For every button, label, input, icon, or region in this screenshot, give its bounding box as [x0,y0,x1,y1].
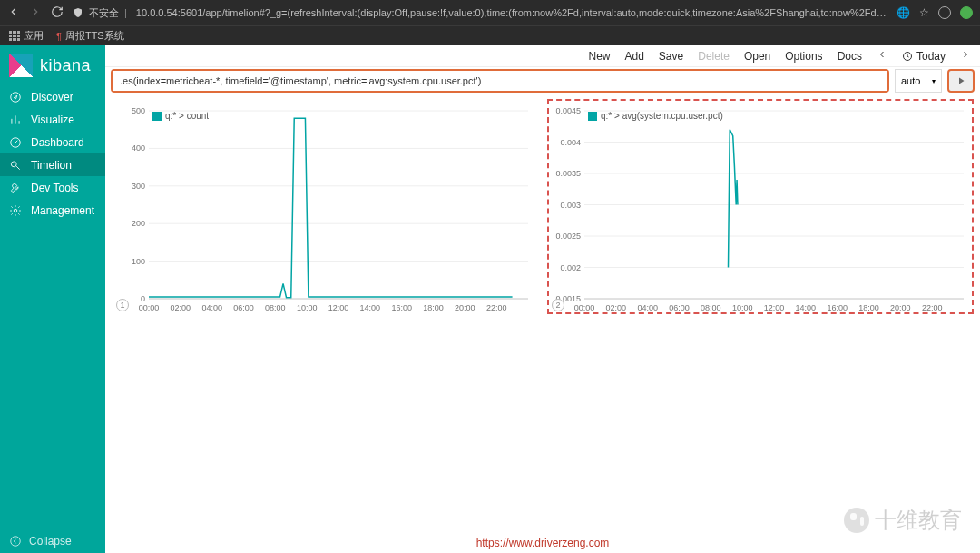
timepicker-next[interactable] [960,49,971,63]
nav-reload-icon[interactable] [51,5,64,21]
chevron-down-icon: ▾ [932,77,936,85]
gauge-icon [9,136,22,149]
topbar-docs[interactable]: Docs [838,50,862,63]
svg-text:08:00: 08:00 [701,303,721,312]
svg-text:20:00: 20:00 [890,303,911,312]
svg-text:0.0025: 0.0025 [555,232,581,241]
legend-swatch [152,112,162,121]
chart-index-badge: 1 [116,299,129,311]
timelion-workspace: 1 q:* > count 010020030040050000:0002:00… [105,94,980,553]
timelion-icon [9,159,22,172]
sidebar-item-label: Visualize [31,114,74,126]
sidebar-item-label: Management [31,204,94,217]
topbar-options[interactable]: Options [785,50,822,63]
chart-legend[interactable]: q:* > avg(system.cpu.user.pct) [588,111,723,121]
svg-text:0.003: 0.003 [560,201,581,210]
svg-text:00:00: 00:00 [139,303,160,312]
svg-text:06:00: 06:00 [669,303,690,312]
chart-panel-2[interactable]: 2 q:* > avg(system.cpu.user.pct) 0.00150… [548,100,973,313]
sidebar-item-label: Discover [31,91,74,104]
svg-text:08:00: 08:00 [265,303,286,312]
compass-icon [9,91,22,104]
legend-swatch [588,112,597,121]
topbar-new[interactable]: New [588,50,610,63]
sidebar-collapse[interactable]: Collapse [0,529,105,553]
svg-point-0 [11,92,21,102]
svg-text:500: 500 [132,106,145,115]
timelion-expression-input[interactable] [113,71,887,91]
watermark-icon [844,508,869,533]
svg-point-2 [11,161,16,166]
timepicker-prev[interactable] [877,49,887,63]
extension-icon[interactable] [960,6,973,19]
svg-text:00:00: 00:00 [574,303,595,312]
svg-point-4 [11,537,21,547]
svg-text:12:00: 12:00 [328,303,349,312]
query-row: auto ▾ [105,67,980,94]
sidebar-item-dashboard[interactable]: Dashboard [0,131,105,153]
topbar-save[interactable]: Save [659,50,683,63]
bookmark-item[interactable]: ¶ 周报TTS系统 [56,29,124,43]
svg-text:0.0045: 0.0045 [555,106,581,115]
topbar: New Add Save Delete Open Options Docs To… [105,45,980,67]
timepicker[interactable]: Today [902,50,946,63]
svg-text:14:00: 14:00 [360,303,381,312]
chart-index-badge: 2 [552,299,564,311]
watermark: 十维教育 [844,506,962,535]
sidebar-item-label: Dev Tools [31,182,78,194]
sidebar-item-devtools[interactable]: Dev Tools [0,176,105,199]
svg-text:14:00: 14:00 [796,303,817,312]
svg-text:200: 200 [132,219,145,228]
svg-text:0.002: 0.002 [560,263,581,272]
svg-text:02:00: 02:00 [171,303,191,312]
sidebar-item-timelion[interactable]: Timelion [0,153,105,176]
bookmark-bar: 应用 ¶ 周报TTS系统 [0,25,980,45]
footer-link: https://www.driverzeng.com [476,537,610,549]
interval-select[interactable]: auto ▾ [895,69,942,93]
svg-text:300: 300 [132,182,145,191]
sidebar: kibana Discover Visualize Dashboard Time… [0,45,105,553]
profile-icon[interactable] [938,6,951,19]
sidebar-item-management[interactable]: Management [0,199,105,222]
url-text[interactable]: 10.0.0.54:5601/app/timelion#?_g=(refresh… [136,7,887,18]
bar-chart-icon [9,114,22,126]
translate-icon[interactable]: 🌐 [897,6,910,19]
svg-text:20:00: 20:00 [455,303,475,312]
svg-text:22:00: 22:00 [486,303,507,312]
svg-text:0: 0 [141,294,145,303]
nav-back-icon[interactable] [7,5,20,21]
sidebar-item-label: Dashboard [31,136,84,149]
topbar-delete[interactable]: Delete [698,50,730,63]
apps-shortcut[interactable]: 应用 [9,29,44,43]
sidebar-item-visualize[interactable]: Visualize [0,108,105,131]
sidebar-item-label: Timelion [31,159,72,172]
svg-text:02:00: 02:00 [606,303,627,312]
topbar-open[interactable]: Open [744,50,770,63]
query-input-highlight [111,69,889,93]
kibana-logo[interactable]: kibana [0,45,105,85]
security-indicator[interactable]: 不安全 | [73,6,127,20]
svg-text:18:00: 18:00 [858,303,879,312]
chart-legend[interactable]: q:* > count [152,111,209,121]
wrench-icon [9,182,22,194]
topbar-add[interactable]: Add [625,50,644,63]
nav-forward-icon[interactable] [29,5,42,21]
sidebar-item-discover[interactable]: Discover [0,85,105,108]
svg-text:0.004: 0.004 [560,138,581,147]
svg-text:10:00: 10:00 [732,303,753,312]
svg-text:100: 100 [132,257,145,266]
svg-text:10:00: 10:00 [297,303,318,312]
star-icon[interactable]: ☆ [919,6,929,19]
browser-address-bar: 不安全 | 10.0.0.54:5601/app/timelion#?_g=(r… [0,0,980,25]
svg-text:12:00: 12:00 [764,303,785,312]
run-button[interactable] [947,69,975,93]
svg-text:22:00: 22:00 [922,303,943,312]
chart-panel-1[interactable]: 1 q:* > count 010020030040050000:0002:00… [113,100,537,313]
svg-text:0.0035: 0.0035 [555,169,581,178]
svg-text:06:00: 06:00 [233,303,254,312]
svg-text:16:00: 16:00 [827,303,848,312]
svg-text:16:00: 16:00 [391,303,412,312]
svg-text:18:00: 18:00 [423,303,444,312]
chevron-left-icon [9,535,22,548]
svg-text:04:00: 04:00 [201,303,222,312]
